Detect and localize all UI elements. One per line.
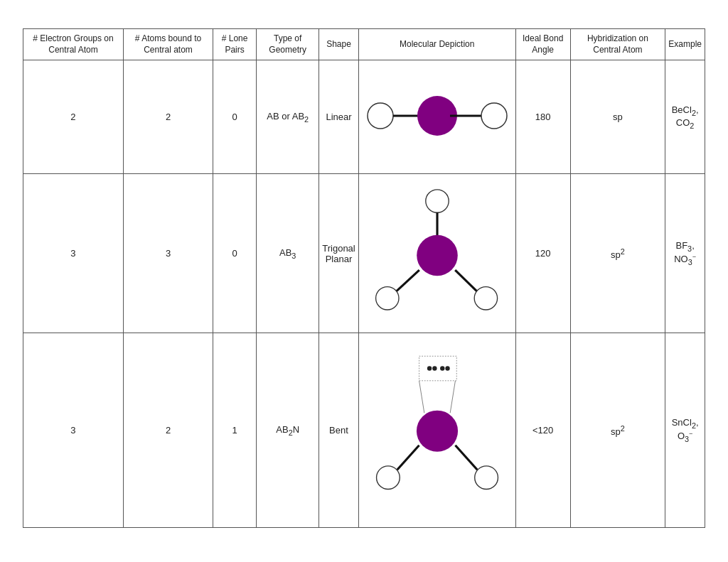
- cell-atoms-bound: 2: [123, 60, 213, 174]
- cell-example: BF3,NO3−: [665, 174, 705, 333]
- table-row: 3 2 1 AB2N Bent <120 sp2 SnCl2,O3−: [23, 333, 705, 528]
- cell-ideal-bond-angle: 180: [515, 60, 570, 174]
- cell-atoms-bound: 3: [123, 174, 213, 333]
- svg-point-13: [427, 367, 432, 371]
- cell-mol-depiction: [358, 174, 515, 333]
- svg-point-19: [417, 411, 458, 452]
- cell-type-geometry: AB2N: [257, 333, 319, 528]
- header-shape: Shape: [319, 29, 358, 60]
- header-electron-groups: # Electron Groups on Central Atom: [23, 29, 124, 60]
- cell-atoms-bound: 2: [123, 333, 213, 528]
- header-mol-depiction: Molecular Depiction: [358, 29, 515, 60]
- cell-ideal-bond-angle: <120: [515, 333, 570, 528]
- cell-type-geometry: AB3: [257, 174, 319, 333]
- cell-hybridization: sp: [570, 60, 665, 174]
- cell-shape: Bent: [319, 333, 358, 528]
- svg-line-8: [395, 270, 419, 292]
- cell-hybridization: sp2: [570, 333, 665, 528]
- header-lone-pairs: # Lone Pairs: [213, 29, 257, 60]
- cell-electron-groups: 2: [23, 60, 124, 174]
- svg-point-14: [432, 367, 437, 371]
- svg-point-9: [375, 287, 398, 310]
- svg-point-16: [445, 367, 449, 371]
- svg-point-21: [376, 466, 400, 490]
- cell-hybridization: sp2: [570, 174, 665, 333]
- cell-type-geometry: AB or AB2: [257, 60, 319, 174]
- cell-example: BeCl2,CO2: [665, 60, 705, 174]
- svg-rect-12: [419, 356, 456, 381]
- cell-lone-pairs: 0: [213, 174, 257, 333]
- header-atoms-bound: # Atoms bound to Central atom: [123, 29, 213, 60]
- table-row: 3 3 0 AB3 TrigonalPlanar 120 sp2 BF3,NO3…: [23, 174, 705, 333]
- cell-mol-depiction: [358, 60, 515, 174]
- svg-line-18: [450, 381, 455, 413]
- svg-point-0: [368, 103, 393, 129]
- cell-shape: TrigonalPlanar: [319, 174, 358, 333]
- svg-point-11: [474, 287, 497, 310]
- svg-line-10: [455, 270, 478, 292]
- svg-point-5: [426, 190, 449, 212]
- cell-lone-pairs: 1: [213, 333, 257, 528]
- svg-point-15: [440, 367, 444, 371]
- svg-line-22: [455, 445, 477, 470]
- header-ideal-bond-angle: Ideal Bond Angle: [515, 29, 570, 60]
- svg-point-7: [417, 235, 458, 276]
- cell-mol-depiction: [358, 333, 515, 528]
- header-example: Example: [665, 29, 705, 60]
- cell-lone-pairs: 0: [213, 60, 257, 174]
- header-type-geometry: Type of Geometry: [257, 29, 319, 60]
- cell-electron-groups: 3: [23, 333, 124, 528]
- cell-ideal-bond-angle: 120: [515, 174, 570, 333]
- svg-line-20: [397, 445, 419, 470]
- table-row: 2 2 0 AB or AB2 Linear 180 sp BeCl2,CO2: [23, 60, 705, 174]
- chemistry-table: # Electron Groups on Central Atom # Atom…: [23, 28, 705, 528]
- cell-shape: Linear: [319, 60, 358, 174]
- svg-point-4: [481, 103, 507, 129]
- header-hybridization: Hybridization on Central Atom: [570, 29, 665, 60]
- cell-example: SnCl2,O3−: [665, 333, 705, 528]
- cell-electron-groups: 3: [23, 174, 124, 333]
- svg-point-23: [474, 466, 498, 490]
- svg-line-17: [419, 381, 424, 413]
